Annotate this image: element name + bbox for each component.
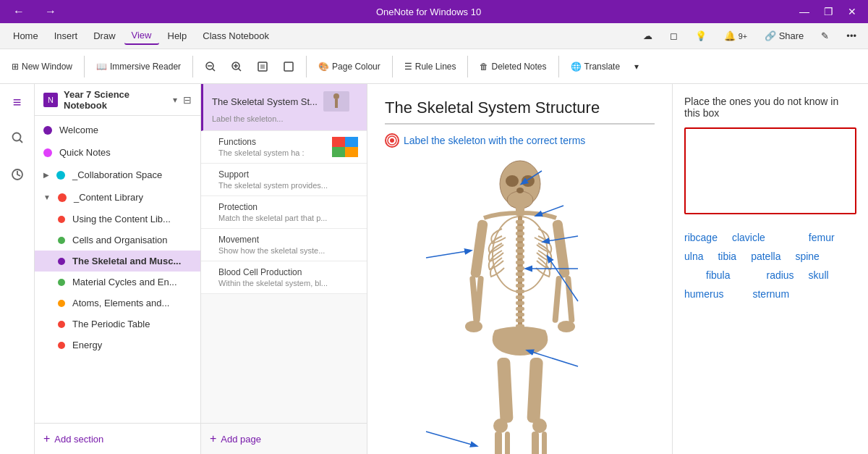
section-energy[interactable]: Energy [35,335,200,356]
toolbar: ⊞ New Window 📖 Immersive Reader 🎨 Page C… [0,49,868,84]
menu-items: Home Insert Draw View Help Class Noteboo… [6,27,276,45]
section-collaboration[interactable]: ▶ _Collaboration Space [35,164,200,186]
section-material[interactable]: Material Cycles and En... [35,272,200,293]
edit-icon-btn[interactable]: ✎ [815,28,835,44]
menu-help[interactable]: Help [161,27,195,45]
more-btn[interactable]: ••• [841,28,862,44]
add-page-btn[interactable]: + Add page [201,423,367,454]
bone-term-sternum[interactable]: sternum [752,288,789,300]
subpage-title-blood-cell: Blood Cell Production [218,267,358,277]
subpage-protection[interactable]: Protection Match the skeletal part that … [201,196,367,229]
lightbulb-icon-btn[interactable]: 💡 [689,28,712,44]
filter-icon[interactable]: ⊟ [183,94,192,106]
zoom-out-btn[interactable] [199,58,222,75]
new-window-btn[interactable]: ⊞ New Window [6,59,78,75]
page-fit-btn[interactable] [251,58,274,75]
page-colour-btn[interactable]: 🎨 Page Colour [312,59,386,75]
target-icon [385,133,399,148]
history-icon[interactable] [7,164,28,189]
add-icon: + [43,432,50,445]
window-icon-btn[interactable]: ◻ [664,28,684,44]
section-content-library[interactable]: ▼ _Content Library [35,186,200,209]
svg-line-4 [239,68,242,71]
translate-expand-btn[interactable]: ▾ [629,59,644,75]
section-cells[interactable]: Cells and Organisation [35,230,200,251]
svg-rect-38 [516,278,524,282]
notebook-icon: N [43,93,58,107]
svg-point-56 [493,419,508,433]
svg-point-22 [522,175,535,187]
bone-term-femur[interactable]: femur [809,232,835,243]
share-btn[interactable]: 🔗 Share [759,28,809,44]
bone-term-tibia[interactable]: tibia [718,251,736,262]
svg-rect-29 [516,226,524,230]
section-atoms[interactable]: Atoms, Elements and... [35,293,200,314]
forward-button[interactable]: → [38,4,64,20]
subpage-blood-cell[interactable]: Blood Cell Production Within the skeleta… [201,261,367,294]
page-thumb-skeletal [323,91,349,112]
section-label-using-content: Using the Content Lib... [72,214,171,224]
section-skeletal[interactable]: The Skeletal and Musc... [35,251,200,272]
section-dot-skeletal [58,258,65,265]
bone-term-patella[interactable]: patella [751,251,780,262]
search-icon[interactable] [7,127,28,152]
rule-lines-btn[interactable]: ☰ Rule Lines [399,59,462,75]
section-quick-notes[interactable]: Quick Notes [35,141,200,164]
section-dot-periodic [58,321,65,328]
subpage-support[interactable]: Support The skeletal system provides... [201,164,367,196]
close-button[interactable]: ✕ [842,4,862,19]
section-expand-collaboration: ▶ [43,171,49,179]
svg-rect-53 [565,276,575,323]
content-link[interactable]: Label the skeleton with the correct term… [385,133,655,148]
restore-button[interactable]: ❐ [818,4,839,19]
add-page-icon: + [210,432,216,445]
section-label-periodic: The Periodic Table [72,319,150,329]
menu-insert[interactable]: Insert [47,27,85,45]
bone-term-radius[interactable]: radius [766,269,793,281]
bone-term-fibula[interactable]: fibula [706,269,730,281]
notebook-list-icon[interactable]: ≡ [9,90,26,115]
content-area: The Skeletal System Structure Label the … [367,84,673,454]
section-using-content[interactable]: Using the Content Lib... [35,209,200,230]
drop-zone[interactable] [684,127,856,214]
bone-term-skull[interactable]: skull [809,269,829,281]
svg-rect-47 [469,219,488,278]
page-preview-skeletal: Label the skeleton... [212,114,358,123]
menu-draw[interactable]: Draw [86,27,122,45]
bone-term-humerus[interactable]: humerus [684,288,723,300]
svg-rect-43 [516,307,524,311]
menu-class-notebook[interactable]: Class Notebook [195,27,276,45]
translate-btn[interactable]: 🌐 Translate [565,59,626,75]
bone-term-spine[interactable]: spine [795,251,819,262]
section-welcome[interactable]: Welcome [35,119,200,141]
subpage-functions[interactable]: Functions The skeletal system ha : [201,131,367,164]
notebook-chevron-icon[interactable]: ▾ [173,95,177,105]
menu-view[interactable]: View [124,27,159,45]
svg-rect-30 [516,232,524,235]
subpage-movement[interactable]: Movement Show how the skeletal syste... [201,229,367,261]
separator-3 [306,56,307,77]
notebook-panel: N Year 7 Science Notebook ▾ ⊟ Welcome Qu… [35,84,201,454]
cloud-icon-btn[interactable]: ☁ [637,28,658,44]
svg-rect-39 [516,284,524,287]
rule-lines-icon: ☰ [404,62,412,72]
notifications-btn[interactable]: 🔔 9+ [718,28,753,44]
svg-rect-52 [552,276,562,323]
section-dot-energy [58,342,65,349]
full-page-btn[interactable] [277,58,300,75]
bone-term-clavicle[interactable]: clavicle [732,232,765,243]
add-section-btn[interactable]: + Add section [35,423,200,454]
svg-rect-9 [284,62,293,71]
back-button[interactable]: ← [6,4,32,20]
svg-rect-62 [542,432,547,454]
page-skeletal-structure[interactable]: The Skeletal System St... Label the skel… [201,84,367,131]
bone-term-ulna[interactable]: ulna [684,251,703,262]
section-periodic[interactable]: The Periodic Table [35,314,200,335]
svg-rect-42 [516,301,524,305]
bone-term-ribcage[interactable]: ribcage [684,232,718,243]
immersive-reader-btn[interactable]: 📖 Immersive Reader [90,59,187,75]
menu-home[interactable]: Home [6,27,46,45]
zoom-in-btn[interactable] [225,58,248,75]
minimize-button[interactable]: — [793,4,815,19]
deleted-notes-btn[interactable]: 🗑 Deleted Notes [474,59,552,75]
